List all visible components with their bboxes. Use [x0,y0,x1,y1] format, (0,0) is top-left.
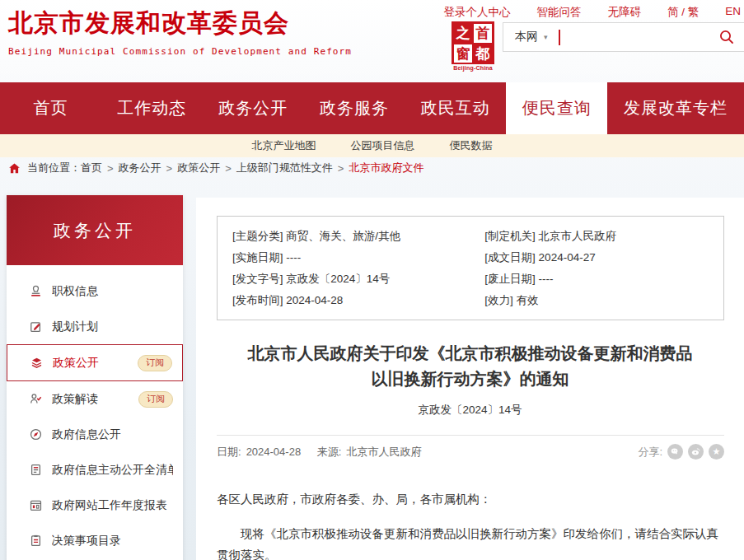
crumb-policy-disclosure[interactable]: 政策公开 [177,161,220,175]
sidebar-item-planning[interactable]: 规划计划 [7,309,183,344]
date-label: 日期: [217,446,241,458]
source-label: 来源: [317,446,342,458]
wechat-share-icon[interactable] [667,444,683,460]
weibo-share-icon[interactable] [688,444,704,460]
home-icon[interactable] [8,162,21,175]
breadcrumb-prefix: 当前位置： [27,161,81,175]
content-area: 政务公开 职权信息 规划计划 [0,179,744,560]
nav-item-interaction[interactable]: 政民互动 [405,82,506,134]
utility-links: 登录个人中心 智能问答 无障碍 简 / 繁 EN [443,5,744,20]
capital-window-seal-logo[interactable]: 之 首 窗 都 Beijing-China [449,21,497,71]
subscribe-badge[interactable]: 订阅 [138,355,172,371]
clipboard-icon [29,534,43,548]
sub-navigation: 北京产业地图 公园项目信息 便民数据 [0,134,744,157]
date-source-row: 日期:2024-04-28 来源:北京市人民政府 分享: ★ [217,436,724,464]
date-source: 日期:2024-04-28 来源:北京市人民政府 [217,445,426,460]
meta-label: [发文字号] [232,273,283,285]
meta-value: ---- [286,251,301,264]
crumb-home[interactable]: 首页 [81,161,102,175]
sidebar-item-authority-info[interactable]: 职权信息 [7,273,183,309]
sidebar-item-label: 政府信息主动公开全清单 [52,463,173,478]
date-value: 2024-04-28 [246,446,302,458]
document-meta-box: [主题分类] 商贸、海关、旅游/其他 [实施日期] ---- [发文字号] 京政… [217,216,724,320]
share-label: 分享: [638,445,662,460]
sidebar-item-label: 政策公开 [53,356,129,371]
accessibility-link[interactable]: 无障碍 [607,5,641,20]
share-bar: 分享: ★ [638,444,724,460]
sidebar-item-proactive-disclosure-list[interactable]: 政府信息主动公开全清单 [7,452,183,488]
meta-column-left: [主题分类] 商贸、海关、旅游/其他 [实施日期] ---- [发文字号] 京政… [232,226,484,311]
search-bar: 本网 ▾ [503,22,744,52]
site-logo[interactable]: 北京市发展和改革委员会 Beijing Municipal Commission… [8,7,352,57]
sidebar-item-policy-interpretation[interactable]: 政策解读 订阅 [7,381,183,417]
site-header: 北京市发展和改革委员会 Beijing Municipal Commission… [0,0,744,82]
nav-item-work-news[interactable]: 工作动态 [101,82,203,134]
nav-item-gov-services[interactable]: 政务服务 [304,82,405,134]
meta-label: [主题分类] [232,230,283,242]
nav-item-convenience-query[interactable]: 便民查询 [506,82,607,134]
meta-value: 商贸、海关、旅游/其他 [286,230,400,242]
crumb-gov-disclosure[interactable]: 政务公开 [119,161,161,175]
crumb-separator: > [107,162,114,175]
sidebar-item-label: 规划计划 [52,320,173,334]
report-icon [29,498,43,512]
nav-item-gov-disclosure[interactable]: 政务公开 [203,82,304,134]
meta-implementation-date: [实施日期] ---- [232,247,484,268]
crumb-separator: > [225,162,232,175]
meta-value: 2024-04-28 [286,294,343,306]
smart-qa-link[interactable]: 智能问答 [536,5,581,20]
subnav-industry-map[interactable]: 北京产业地图 [252,138,316,153]
crumb-separator: > [338,162,344,175]
pen-icon [29,320,43,334]
english-link[interactable]: EN [725,5,741,20]
meta-column-right: [制定机关] 北京市人民政府 [成文日期] 2024-04-27 [废止日期] … [484,226,709,311]
meta-label: [废止日期] [484,273,536,285]
sidebar-item-label: 政策解读 [52,392,129,407]
sidebar-item-decision-catalog[interactable]: 决策事项目录 [7,523,183,558]
sidebar-menu: 职权信息 规划计划 政策公开 订阅 [7,273,183,560]
interpretation-icon [29,392,43,406]
meta-value: ---- [539,273,554,285]
seal-char: 之 [453,23,473,44]
meta-value: 2024-04-27 [539,251,596,264]
body-paragraph: 现将《北京市积极推动设备更新和消费品以旧换新行动方案》印发给你们，请结合实际认真… [217,523,723,560]
search-scope-label: 本网 [515,30,538,44]
sidebar-title: 政务公开 [7,195,183,265]
meta-value: 京政发〔2024〕14号 [286,273,390,285]
meta-label: [效力] [484,294,513,306]
sidebar-item-label: 政府网站工作年度报表 [52,498,173,513]
sidebar-item-gov-info-disclosure[interactable]: 政府信息公开 [7,417,183,452]
crumb-superior-documents[interactable]: 上级部门规范性文件 [236,161,333,175]
sidebar-item-policy-disclosure[interactable]: 政策公开 订阅 [7,344,183,381]
seal-char: 都 [473,44,493,64]
meta-publish-time: [发布时间] 2024-04-28 [232,290,484,311]
chevron-down-icon: ▾ [544,33,548,41]
search-icon [718,29,735,45]
meta-label: [制定机关] [484,230,536,242]
nav-item-home[interactable]: 首页 [0,82,101,134]
seal-char: 窗 [453,44,473,64]
nav-item-reform-special[interactable]: 发展改革专栏 [607,82,744,134]
sidebar-item-website-annual-report[interactable]: 政府网站工作年度报表 [7,488,183,523]
meta-value: 北京市人民政府 [539,230,617,242]
meta-signed-date: [成文日期] 2024-04-27 [484,247,709,268]
meta-topic-category: [主题分类] 商贸、海关、旅游/其他 [232,226,484,247]
crumb-current-beijing-gov-docs[interactable]: 北京市政府文件 [349,161,423,175]
meta-label: [实施日期] [232,251,283,264]
compass-icon [29,427,43,441]
search-scope-dropdown[interactable]: 本网 ▾ [503,30,556,44]
simplified-traditional-link[interactable]: 简 / 繁 [667,5,699,20]
search-button[interactable] [709,23,744,51]
search-input[interactable] [560,23,709,51]
sidebar-item-label: 职权信息 [52,284,173,299]
subnav-park-projects[interactable]: 公园项目信息 [351,138,415,153]
meta-issuing-authority: [制定机关] 北京市人民政府 [484,226,709,247]
subscribe-badge[interactable]: 订阅 [138,391,173,408]
favorite-share-icon[interactable]: ★ [709,444,724,460]
subnav-convenience-data[interactable]: 便民数据 [450,138,493,153]
seal-char: 首 [473,23,493,44]
sidebar-item-label: 决策事项目录 [52,534,173,548]
login-link[interactable]: 登录个人中心 [443,5,510,20]
crumb-separator: > [166,162,173,175]
sidebar: 政务公开 职权信息 规划计划 [7,195,183,560]
